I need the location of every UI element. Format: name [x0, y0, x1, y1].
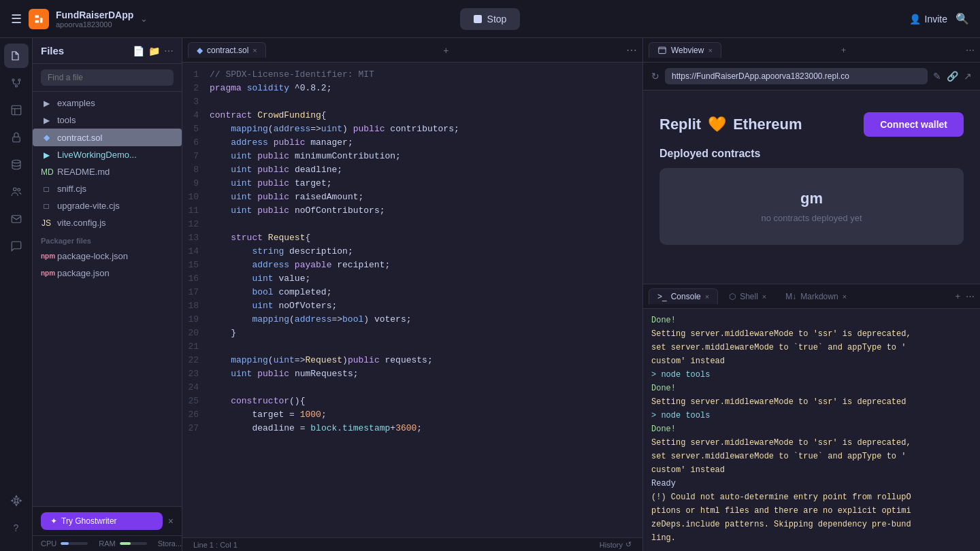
file-item-upgrade-vite[interactable]: □ upgrade-vite.cjs: [33, 197, 182, 214]
url-refresh-icon[interactable]: ↻: [651, 71, 659, 82]
file-item-tools[interactable]: ▶ tools: [33, 112, 182, 129]
files-more-icon[interactable]: ⋯: [164, 46, 174, 56]
sidebar-item-git[interactable]: [4, 71, 29, 95]
line-number: 9: [182, 177, 210, 190]
sidebar-item-packages[interactable]: [4, 98, 29, 122]
code-line: 4contract CrowdFunding{: [182, 109, 642, 122]
url-edit-icon[interactable]: ✎: [933, 71, 941, 82]
webview-title-text: Replit: [659, 116, 701, 133]
webview-panel-menu-icon[interactable]: ⋯: [966, 45, 975, 55]
url-input[interactable]: [665, 68, 928, 84]
connect-wallet-button[interactable]: Connect wallet: [864, 112, 964, 137]
file-item-live-demo[interactable]: ▶ LiveWorkingDemo...: [33, 146, 182, 163]
line-number: 3: [182, 95, 210, 109]
console-line: > node tools: [651, 369, 972, 381]
line-number: 11: [182, 204, 210, 218]
files-header: Files 📄 📁 ⋯: [33, 38, 182, 64]
folder-icon: ▶: [41, 99, 52, 108]
cpu-bar: [61, 542, 88, 545]
js-file-icon: JS: [41, 218, 52, 228]
line-number: 1: [182, 68, 210, 82]
webview-tab-close[interactable]: ×: [708, 46, 712, 54]
line-code: uint public numRequests;: [210, 367, 642, 381]
tab-add-icon[interactable]: +: [443, 45, 448, 56]
console-line: ptions or html files and there are no ex…: [651, 505, 972, 517]
right-panel: Webview × + ⋯ ↻ ✎ 🔗 ↗ Replit: [643, 38, 980, 551]
sidebar-item-settings[interactable]: [4, 488, 29, 513]
shell-tab-label: Shell: [740, 292, 758, 301]
file-item-sniff[interactable]: □ sniff.cjs: [33, 180, 182, 197]
console-tab-close[interactable]: ×: [705, 293, 709, 301]
sidebar-item-secrets[interactable]: [4, 125, 29, 150]
code-line: 8 uint public deadline;: [182, 163, 642, 177]
stop-button[interactable]: Stop: [460, 8, 521, 30]
console-content[interactable]: Done!Setting server.middlewareMode to 's…: [643, 309, 980, 551]
search-icon[interactable]: 🔍: [956, 12, 969, 25]
panel-tab-add-icon[interactable]: +: [841, 45, 847, 55]
line-number: 16: [182, 272, 210, 286]
code-line: 3: [182, 95, 642, 109]
console-tab-console[interactable]: >_ Console ×: [649, 288, 718, 304]
console-tab-add-icon[interactable]: +: [955, 291, 960, 301]
stop-label: Stop: [487, 14, 507, 24]
topbar-left: ☰ FundRaiserDApp apoorva1823000 ⌄: [11, 9, 452, 29]
file-item-examples[interactable]: ▶ examples: [33, 95, 182, 112]
deployed-title: Deployed contracts: [659, 148, 964, 160]
ram-label: RAM: [99, 539, 115, 548]
code-line: 12: [182, 218, 642, 231]
console-line: Done!: [651, 382, 972, 395]
new-folder-icon[interactable]: 📁: [148, 46, 160, 56]
json-file-icon: npm: [41, 252, 52, 260]
line-code: contract CrowdFunding{: [210, 109, 642, 122]
history-label[interactable]: History ↺: [600, 540, 632, 549]
file-item-readme[interactable]: MD README.md: [33, 163, 182, 180]
line-number: 4: [182, 109, 210, 122]
console-more-icon[interactable]: ⋯: [966, 291, 975, 301]
sidebar-item-chat[interactable]: [4, 234, 29, 258]
code-line: 19 mapping(address=>bool) voters;: [182, 313, 642, 327]
shell-tab-close[interactable]: ×: [762, 293, 766, 301]
editor-more-icon[interactable]: ⋯: [626, 44, 637, 56]
line-code: [210, 95, 642, 109]
hamburger-icon[interactable]: ☰: [11, 12, 22, 27]
line-code: mapping(address=>uint) public contributo…: [210, 122, 642, 136]
sidebar-item-help[interactable]: ?: [4, 516, 29, 540]
editor-content[interactable]: 1// SPDX-License-Identifier: MIT2pragma …: [182, 63, 642, 537]
sidebar-item-database[interactable]: [4, 152, 29, 177]
line-number: 26: [182, 408, 210, 422]
markdown-tab-close[interactable]: ×: [843, 293, 847, 301]
cjs-file-icon: □: [41, 184, 52, 194]
line-number: 10: [182, 190, 210, 204]
file-item-vite-config[interactable]: JS vite.config.js: [33, 214, 182, 231]
webview-tab[interactable]: Webview ×: [649, 42, 721, 58]
sidebar-item-mail[interactable]: [4, 207, 29, 231]
file-item-contract-sol[interactable]: ◆ contract.sol ⋯: [33, 129, 182, 146]
sidebar-item-files[interactable]: [4, 44, 29, 68]
icon-bar-bottom: ?: [4, 488, 29, 546]
url-link-icon[interactable]: 🔗: [947, 71, 958, 82]
url-external-icon[interactable]: ↗: [964, 71, 972, 82]
search-input[interactable]: [41, 69, 174, 86]
project-dropdown-icon[interactable]: ⌄: [140, 14, 148, 24]
files-list: ▶ examples ▶ tools ◆ contract.sol ⋯ ▶ Li…: [33, 92, 182, 506]
invite-button[interactable]: 👤 Invite: [909, 14, 947, 24]
tab-close-icon[interactable]: ×: [252, 46, 257, 54]
line-code: [210, 340, 642, 354]
ghostwriter-label: Try Ghostwriter: [61, 516, 117, 526]
ghostwriter-close-button[interactable]: ×: [168, 516, 174, 527]
console-tab-shell[interactable]: ⬡ Shell ×: [721, 289, 774, 304]
file-item-package-json[interactable]: npm package.json: [33, 265, 182, 282]
project-owner: apoorva1823000: [56, 20, 133, 29]
sidebar-item-users[interactable]: [4, 180, 29, 204]
new-file-icon[interactable]: 📄: [133, 46, 144, 56]
console-tabs: >_ Console × ⬡ Shell × M↓ Markdown × + ⋯: [643, 284, 980, 309]
file-item-package-lock[interactable]: npm package-lock.json: [33, 248, 182, 265]
console-line: > node tools: [651, 410, 972, 422]
line-code: mapping(address=>bool) voters;: [210, 313, 642, 327]
shell-tab-icon: ⬡: [729, 292, 736, 301]
code-line: 6 address public manager;: [182, 136, 642, 150]
ghostwriter-button[interactable]: ✦ Try Ghostwriter: [41, 512, 163, 530]
console-tab-markdown[interactable]: M↓ Markdown ×: [777, 289, 855, 304]
editor-tab-contract-sol[interactable]: ◆ contract.sol ×: [188, 42, 266, 58]
line-number: 24: [182, 381, 210, 395]
